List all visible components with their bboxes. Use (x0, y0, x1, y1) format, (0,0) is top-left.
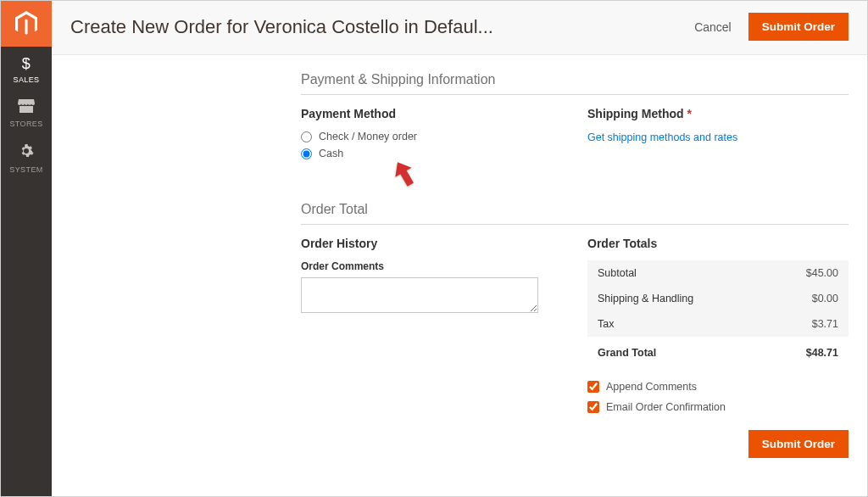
app-frame: $ SALES STORES SYSTEM Create New Order f… (0, 0, 868, 497)
totals-grand-label: Grand Total (587, 337, 767, 366)
sidebar-item-stores[interactable]: STORES (1, 91, 52, 135)
totals-row-shipping: Shipping & Handling $0.00 (587, 286, 849, 311)
page-header: Create New Order for Veronica Costello i… (52, 1, 867, 55)
totals-label: Shipping & Handling (587, 286, 767, 311)
order-totals-column: Order Totals Subtotal $45.00 Shipping & … (587, 237, 849, 458)
gear-icon (19, 143, 34, 163)
payment-option-label: Cash (319, 148, 343, 159)
shipping-method-column: Shipping Method Get shipping methods and… (587, 107, 849, 165)
append-comments-checkbox[interactable] (587, 381, 599, 393)
order-totals-title: Order Totals (587, 237, 849, 250)
order-total-section-title: Order Total (301, 202, 849, 225)
payment-method-title: Payment Method (301, 107, 562, 120)
admin-sidebar: $ SALES STORES SYSTEM (1, 1, 52, 496)
get-shipping-methods-link[interactable]: Get shipping methods and rates (587, 131, 737, 143)
magento-logo-icon (15, 11, 37, 36)
order-history-title: Order History (301, 237, 562, 250)
content-area: Payment & Shipping Information Payment M… (52, 55, 867, 496)
totals-label: Subtotal (587, 260, 767, 286)
payment-option-cash[interactable]: Cash (301, 148, 562, 159)
totals-grand-value: $48.71 (767, 337, 849, 366)
payment-shipping-section-title: Payment & Shipping Information (301, 72, 849, 95)
sidebar-item-system[interactable]: SYSTEM (1, 135, 52, 181)
payment-option-check[interactable]: Check / Money order (301, 131, 562, 142)
footer-actions: Submit Order (587, 430, 849, 458)
submit-order-button-bottom[interactable]: Submit Order (748, 430, 849, 458)
payment-method-column: Payment Method Check / Money order Cash (301, 107, 562, 165)
totals-label: Tax (587, 311, 767, 337)
page-title: Create New Order for Veronica Costello i… (70, 16, 493, 38)
magento-logo[interactable] (1, 1, 52, 47)
order-history-column: Order History Order Comments (301, 237, 562, 458)
email-confirmation-checkbox[interactable] (587, 401, 599, 413)
payment-radio-cash[interactable] (301, 148, 312, 159)
totals-value: $45.00 (767, 260, 849, 286)
sidebar-item-label: SALES (13, 75, 39, 84)
stores-icon (18, 99, 35, 117)
append-comments-check[interactable]: Append Comments (587, 381, 849, 393)
payment-shipping-columns: Payment Method Check / Money order Cash … (301, 107, 849, 165)
sidebar-item-label: STORES (9, 120, 42, 128)
payment-option-label: Check / Money order (319, 131, 417, 142)
totals-row-tax: Tax $3.71 (587, 311, 849, 337)
sidebar-item-label: SYSTEM (9, 165, 42, 174)
email-confirmation-label: Email Order Confirmation (606, 401, 726, 413)
totals-row-grand-total: Grand Total $48.71 (587, 337, 849, 366)
sidebar-item-sales[interactable]: $ SALES (1, 47, 52, 91)
shipping-method-title: Shipping Method (587, 107, 849, 120)
order-comments-label: Order Comments (301, 260, 562, 272)
main-panel: Create New Order for Veronica Costello i… (52, 1, 867, 496)
order-totals-table: Subtotal $45.00 Shipping & Handling $0.0… (587, 260, 849, 366)
append-comments-label: Append Comments (606, 381, 697, 393)
order-comments-textarea[interactable] (301, 277, 538, 313)
form-inner: Payment & Shipping Information Payment M… (301, 72, 849, 458)
totals-row-subtotal: Subtotal $45.00 (587, 260, 849, 286)
payment-radio-check[interactable] (301, 131, 312, 142)
order-total-columns: Order History Order Comments Order Total… (301, 237, 849, 458)
order-totals-checks: Append Comments Email Order Confirmation (587, 381, 849, 413)
dollar-icon: $ (22, 55, 31, 73)
totals-value: $0.00 (767, 286, 849, 311)
cancel-button[interactable]: Cancel (694, 20, 732, 34)
header-actions: Cancel Submit Order (694, 13, 849, 41)
totals-value: $3.71 (767, 311, 849, 337)
submit-order-button[interactable]: Submit Order (748, 13, 849, 41)
email-confirmation-check[interactable]: Email Order Confirmation (587, 401, 849, 413)
